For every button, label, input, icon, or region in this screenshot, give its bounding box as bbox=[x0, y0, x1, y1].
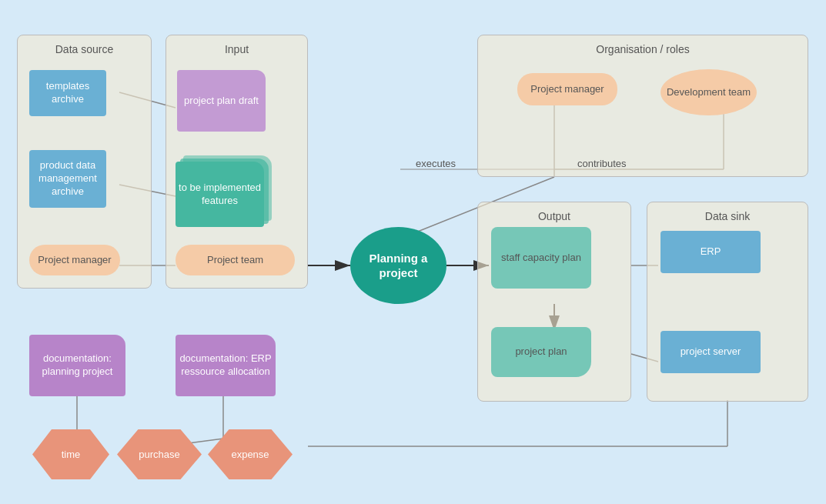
project-plan-draft-shape: project plan draft bbox=[177, 70, 266, 132]
doc-erp-label: documentation: ERP ressource allocation bbox=[176, 352, 276, 379]
expense-hex: expense bbox=[208, 429, 293, 479]
planning-project-label: Planning a project bbox=[350, 251, 446, 281]
dev-team-label: Development team bbox=[667, 86, 751, 99]
project-manager-ds-label: Project manager bbox=[38, 254, 111, 267]
product-data-shape: product data management archive bbox=[29, 150, 106, 208]
group-datasource-label: Data source bbox=[18, 43, 151, 55]
project-server-shape: project server bbox=[660, 331, 761, 373]
project-team-shape: Project team bbox=[176, 245, 295, 275]
templates-archive-label: templates archive bbox=[29, 80, 106, 106]
planning-project-shape: Planning a project bbox=[350, 227, 446, 304]
time-hex: time bbox=[32, 429, 109, 479]
group-datasink-label: Data sink bbox=[647, 210, 808, 222]
doc-erp-shape: documentation: ERP ressource allocation bbox=[176, 335, 276, 396]
contributes-label: contributes bbox=[577, 158, 627, 169]
project-manager-org-label: Project manager bbox=[530, 83, 604, 96]
group-org: Organisation / roles bbox=[477, 35, 808, 177]
project-plan-shape: project plan bbox=[491, 327, 591, 377]
to-be-features-shape: to be implemented features bbox=[176, 162, 264, 227]
dev-team-shape: Development team bbox=[660, 69, 757, 115]
project-server-label: project server bbox=[681, 345, 741, 359]
purchase-hex: purchase bbox=[117, 429, 202, 479]
templates-archive-shape: templates archive bbox=[29, 70, 106, 116]
diagram-container: Data source Input Organisation / roles O… bbox=[0, 0, 826, 504]
doc-planning-label: documentation: planning project bbox=[29, 352, 125, 379]
executes-label: executes bbox=[416, 158, 456, 169]
to-be-features-label: to be implemented features bbox=[176, 182, 264, 208]
project-manager-ds-shape: Project manager bbox=[29, 245, 120, 275]
project-manager-org-shape: Project manager bbox=[517, 73, 617, 105]
group-org-label: Organisation / roles bbox=[478, 43, 808, 55]
purchase-label: purchase bbox=[139, 449, 179, 460]
time-label: time bbox=[62, 449, 81, 460]
project-plan-label: project plan bbox=[515, 345, 567, 359]
erp-label: ERP bbox=[701, 245, 721, 259]
group-output-label: Output bbox=[478, 210, 630, 222]
staff-capacity-shape: staff capacity plan bbox=[491, 227, 591, 289]
group-input-label: Input bbox=[166, 43, 307, 55]
staff-capacity-label: staff capacity plan bbox=[501, 252, 581, 265]
erp-shape: ERP bbox=[660, 231, 761, 273]
doc-planning-shape: documentation: planning project bbox=[29, 335, 125, 396]
project-plan-draft-label: project plan draft bbox=[184, 95, 259, 108]
product-data-label: product data management archive bbox=[29, 159, 106, 199]
project-team-label: Project team bbox=[207, 254, 263, 267]
expense-label: expense bbox=[231, 449, 269, 460]
